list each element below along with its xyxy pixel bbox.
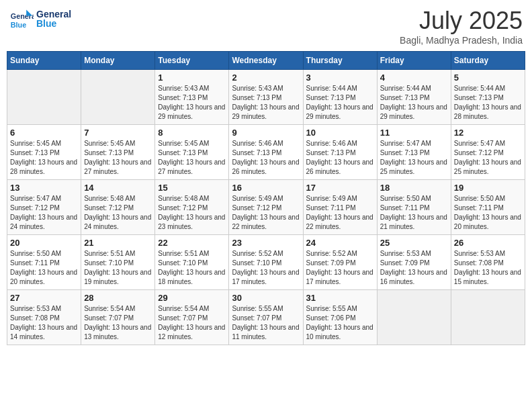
day-info: Sunrise: 5:44 AMSunset: 7:13 PMDaylight:… <box>454 84 522 122</box>
day-info: Sunrise: 5:50 AMSunset: 7:11 PMDaylight:… <box>454 194 522 232</box>
calendar-cell: 27Sunrise: 5:53 AMSunset: 7:08 PMDayligh… <box>7 290 81 345</box>
calendar-cell: 25Sunrise: 5:53 AMSunset: 7:09 PMDayligh… <box>377 235 451 290</box>
calendar-cell: 28Sunrise: 5:54 AMSunset: 7:07 PMDayligh… <box>81 290 155 345</box>
day-number: 6 <box>10 128 78 138</box>
page-header: General Blue General Blue July 2025 Bagl… <box>7 7 525 46</box>
title-block: July 2025 Bagli, Madhya Pradesh, India <box>400 7 523 46</box>
day-number: 10 <box>306 128 374 138</box>
day-number: 21 <box>84 238 152 248</box>
calendar-cell: 1Sunrise: 5:43 AMSunset: 7:13 PMDaylight… <box>155 70 229 125</box>
day-number: 19 <box>454 183 522 193</box>
day-number: 30 <box>232 293 300 303</box>
day-info: Sunrise: 5:43 AMSunset: 7:13 PMDaylight:… <box>158 84 226 122</box>
day-info: Sunrise: 5:44 AMSunset: 7:13 PMDaylight:… <box>306 84 374 122</box>
day-number: 3 <box>306 73 374 83</box>
calendar-cell: 13Sunrise: 5:47 AMSunset: 7:12 PMDayligh… <box>7 180 81 235</box>
calendar-cell: 4Sunrise: 5:44 AMSunset: 7:13 PMDaylight… <box>377 70 451 125</box>
day-number: 7 <box>84 128 152 138</box>
calendar-cell: 20Sunrise: 5:50 AMSunset: 7:11 PMDayligh… <box>7 235 81 290</box>
day-number: 17 <box>306 183 374 193</box>
day-info: Sunrise: 5:55 AMSunset: 7:06 PMDaylight:… <box>306 304 374 342</box>
logo-blue-text: Blue <box>36 19 71 28</box>
calendar-header-row: SundayMondayTuesdayWednesdayThursdayFrid… <box>7 52 525 70</box>
logo: General Blue General Blue <box>9 7 71 31</box>
calendar-cell: 8Sunrise: 5:45 AMSunset: 7:13 PMDaylight… <box>155 125 229 180</box>
day-number: 22 <box>158 238 226 248</box>
day-header-tuesday: Tuesday <box>155 52 229 70</box>
day-number: 18 <box>380 183 448 193</box>
calendar-cell: 16Sunrise: 5:49 AMSunset: 7:12 PMDayligh… <box>229 180 303 235</box>
day-info: Sunrise: 5:54 AMSunset: 7:07 PMDaylight:… <box>84 304 152 342</box>
day-info: Sunrise: 5:46 AMSunset: 7:13 PMDaylight:… <box>232 139 300 177</box>
calendar-cell: 6Sunrise: 5:45 AMSunset: 7:13 PMDaylight… <box>7 125 81 180</box>
day-info: Sunrise: 5:51 AMSunset: 7:10 PMDaylight:… <box>84 249 152 287</box>
calendar-cell: 26Sunrise: 5:53 AMSunset: 7:08 PMDayligh… <box>451 235 525 290</box>
day-info: Sunrise: 5:45 AMSunset: 7:13 PMDaylight:… <box>84 139 152 177</box>
day-info: Sunrise: 5:52 AMSunset: 7:09 PMDaylight:… <box>306 249 374 287</box>
day-number: 20 <box>10 238 78 248</box>
day-info: Sunrise: 5:47 AMSunset: 7:12 PMDaylight:… <box>10 194 78 232</box>
day-info: Sunrise: 5:45 AMSunset: 7:13 PMDaylight:… <box>10 139 78 177</box>
calendar-cell: 31Sunrise: 5:55 AMSunset: 7:06 PMDayligh… <box>303 290 377 345</box>
day-info: Sunrise: 5:47 AMSunset: 7:13 PMDaylight:… <box>380 139 448 177</box>
calendar-cell: 10Sunrise: 5:46 AMSunset: 7:13 PMDayligh… <box>303 125 377 180</box>
day-number: 9 <box>232 128 300 138</box>
calendar-week-1: 6Sunrise: 5:45 AMSunset: 7:13 PMDaylight… <box>7 125 525 180</box>
calendar-cell: 12Sunrise: 5:47 AMSunset: 7:12 PMDayligh… <box>451 125 525 180</box>
calendar-cell: 30Sunrise: 5:55 AMSunset: 7:07 PMDayligh… <box>229 290 303 345</box>
day-number: 26 <box>454 238 522 248</box>
day-number: 15 <box>158 183 226 193</box>
day-info: Sunrise: 5:53 AMSunset: 7:08 PMDaylight:… <box>454 249 522 287</box>
day-header-monday: Monday <box>81 52 155 70</box>
day-info: Sunrise: 5:48 AMSunset: 7:12 PMDaylight:… <box>84 194 152 232</box>
logo-general-text: General <box>36 9 71 19</box>
day-number: 11 <box>380 128 448 138</box>
day-number: 25 <box>380 238 448 248</box>
day-info: Sunrise: 5:43 AMSunset: 7:13 PMDaylight:… <box>232 84 300 122</box>
svg-text:General: General <box>11 12 34 20</box>
day-number: 14 <box>84 183 152 193</box>
day-info: Sunrise: 5:49 AMSunset: 7:11 PMDaylight:… <box>306 194 374 232</box>
day-info: Sunrise: 5:52 AMSunset: 7:10 PMDaylight:… <box>232 249 300 287</box>
day-info: Sunrise: 5:55 AMSunset: 7:07 PMDaylight:… <box>232 304 300 342</box>
calendar-cell: 17Sunrise: 5:49 AMSunset: 7:11 PMDayligh… <box>303 180 377 235</box>
day-number: 13 <box>10 183 78 193</box>
calendar-cell: 22Sunrise: 5:51 AMSunset: 7:10 PMDayligh… <box>155 235 229 290</box>
calendar-week-4: 27Sunrise: 5:53 AMSunset: 7:08 PMDayligh… <box>7 290 525 345</box>
calendar-week-0: 1Sunrise: 5:43 AMSunset: 7:13 PMDaylight… <box>7 70 525 125</box>
calendar-cell <box>377 290 451 345</box>
day-header-saturday: Saturday <box>451 52 525 70</box>
day-number: 28 <box>84 293 152 303</box>
calendar-cell: 15Sunrise: 5:48 AMSunset: 7:12 PMDayligh… <box>155 180 229 235</box>
day-info: Sunrise: 5:50 AMSunset: 7:11 PMDaylight:… <box>380 194 448 232</box>
calendar-cell: 11Sunrise: 5:47 AMSunset: 7:13 PMDayligh… <box>377 125 451 180</box>
day-info: Sunrise: 5:47 AMSunset: 7:12 PMDaylight:… <box>454 139 522 177</box>
location: Bagli, Madhya Pradesh, India <box>400 35 523 46</box>
day-info: Sunrise: 5:48 AMSunset: 7:12 PMDaylight:… <box>158 194 226 232</box>
day-number: 27 <box>10 293 78 303</box>
calendar-cell: 18Sunrise: 5:50 AMSunset: 7:11 PMDayligh… <box>377 180 451 235</box>
calendar-cell: 3Sunrise: 5:44 AMSunset: 7:13 PMDaylight… <box>303 70 377 125</box>
calendar-cell: 7Sunrise: 5:45 AMSunset: 7:13 PMDaylight… <box>81 125 155 180</box>
calendar-table: SundayMondayTuesdayWednesdayThursdayFrid… <box>7 51 525 345</box>
month-title: July 2025 <box>400 7 523 35</box>
day-info: Sunrise: 5:51 AMSunset: 7:10 PMDaylight:… <box>158 249 226 287</box>
calendar-cell: 21Sunrise: 5:51 AMSunset: 7:10 PMDayligh… <box>81 235 155 290</box>
calendar-cell: 14Sunrise: 5:48 AMSunset: 7:12 PMDayligh… <box>81 180 155 235</box>
day-number: 5 <box>454 73 522 83</box>
day-info: Sunrise: 5:53 AMSunset: 7:09 PMDaylight:… <box>380 249 448 287</box>
day-header-wednesday: Wednesday <box>229 52 303 70</box>
day-number: 8 <box>158 128 226 138</box>
calendar-week-2: 13Sunrise: 5:47 AMSunset: 7:12 PMDayligh… <box>7 180 525 235</box>
calendar-cell: 5Sunrise: 5:44 AMSunset: 7:13 PMDaylight… <box>451 70 525 125</box>
svg-text:Blue: Blue <box>11 21 26 29</box>
day-info: Sunrise: 5:44 AMSunset: 7:13 PMDaylight:… <box>380 84 448 122</box>
day-number: 12 <box>454 128 522 138</box>
day-info: Sunrise: 5:49 AMSunset: 7:12 PMDaylight:… <box>232 194 300 232</box>
calendar-cell <box>451 290 525 345</box>
day-number: 24 <box>306 238 374 248</box>
calendar-week-3: 20Sunrise: 5:50 AMSunset: 7:11 PMDayligh… <box>7 235 525 290</box>
day-info: Sunrise: 5:54 AMSunset: 7:07 PMDaylight:… <box>158 304 226 342</box>
calendar-cell: 24Sunrise: 5:52 AMSunset: 7:09 PMDayligh… <box>303 235 377 290</box>
day-number: 16 <box>232 183 300 193</box>
